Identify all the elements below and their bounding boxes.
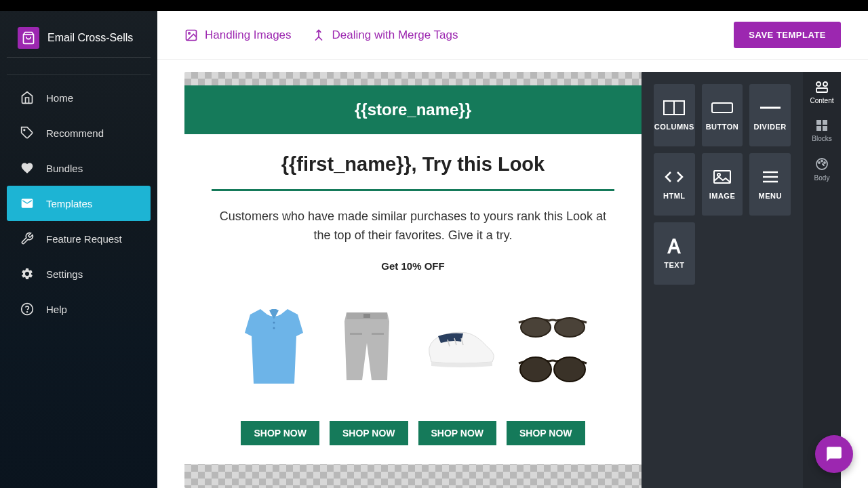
- block-button[interactable]: BUTTON: [702, 84, 743, 146]
- tab-label: Content: [810, 97, 833, 104]
- svg-rect-9: [350, 333, 362, 335]
- image-block-icon: [711, 169, 734, 185]
- divider-icon: [759, 100, 782, 116]
- svg-point-4: [189, 32, 191, 34]
- image-icon: [184, 28, 198, 42]
- sidebar-item-feature-request[interactable]: Feature Request: [7, 221, 151, 256]
- brand-header: Email Cross-Sells: [7, 19, 151, 58]
- topbar: Handling Images Dealing with Merge Tags …: [157, 11, 868, 60]
- sidebar-item-label: Recommend: [46, 127, 104, 139]
- tab-content[interactable]: Content: [810, 81, 833, 104]
- link-label: Handling Images: [205, 28, 292, 42]
- sidebar-item-recommend[interactable]: Recommend: [7, 115, 151, 150]
- svg-rect-19: [714, 171, 730, 183]
- sidebar-item-label: Templates: [46, 198, 92, 209]
- chat-icon: [825, 445, 843, 463]
- tab-label: Blocks: [812, 135, 831, 142]
- body-tab-icon: [815, 157, 829, 171]
- svg-point-12: [555, 318, 585, 337]
- sidebar-item-label: Bundles: [46, 163, 83, 174]
- email-divider[interactable]: [212, 189, 614, 191]
- svg-point-14: [554, 357, 585, 382]
- product-shorts[interactable]: [324, 299, 409, 394]
- sidebar-item-help[interactable]: Help: [7, 291, 151, 327]
- columns-icon: [663, 100, 686, 116]
- block-label: MENU: [758, 192, 781, 200]
- product-polo[interactable]: [231, 299, 316, 394]
- sidebar-nav: Home Recommend Bundles Templates Feature…: [0, 63, 157, 332]
- email-canvas[interactable]: {{store_name}} {{first_name}}, Try this …: [184, 72, 642, 488]
- blocks-tab-icon: [816, 119, 828, 131]
- svg-point-25: [823, 82, 827, 86]
- block-text[interactable]: TEXT: [654, 222, 695, 285]
- sidebar-item-label: Home: [46, 92, 73, 104]
- shop-button-row: SHOP NOW SHOP NOW SHOP NOW SHOP NOW: [212, 421, 614, 445]
- brand-title: Email Cross-Sells: [47, 32, 133, 44]
- svg-rect-17: [712, 103, 732, 113]
- svg-point-13: [520, 357, 551, 382]
- svg-point-5: [273, 321, 275, 323]
- tag-icon: [20, 126, 34, 140]
- right-rail: COLUMNS BUTTON DIVIDER HTML: [642, 72, 841, 488]
- brand-icon: [18, 27, 39, 49]
- svg-point-33: [821, 161, 823, 162]
- svg-point-32: [818, 162, 820, 163]
- sidebar-item-label: Help: [46, 304, 67, 315]
- svg-rect-27: [816, 120, 821, 125]
- editor: {{store_name}} {{first_name}}, Try this …: [157, 60, 868, 488]
- shop-now-button[interactable]: SHOP NOW: [330, 421, 408, 445]
- sidebar-item-bundles[interactable]: Bundles: [7, 150, 151, 186]
- block-label: DIVIDER: [754, 123, 787, 131]
- product-sneaker[interactable]: [417, 299, 502, 394]
- link-merge-tags[interactable]: Dealing with Merge Tags: [312, 28, 458, 42]
- link-handling-images[interactable]: Handling Images: [184, 28, 292, 42]
- shop-now-button[interactable]: SHOP NOW: [418, 421, 497, 445]
- svg-rect-26: [816, 88, 827, 92]
- product-row[interactable]: [212, 299, 614, 394]
- tab-blocks[interactable]: Blocks: [812, 119, 831, 142]
- block-html[interactable]: HTML: [654, 153, 695, 216]
- tab-body[interactable]: Body: [814, 157, 830, 182]
- email-store-header[interactable]: {{store_name}}: [184, 85, 642, 134]
- svg-rect-28: [823, 120, 827, 125]
- mail-icon: [20, 197, 34, 210]
- link-label: Dealing with Merge Tags: [332, 28, 458, 42]
- sidebar-item-templates[interactable]: Templates: [7, 186, 151, 221]
- save-template-button[interactable]: SAVE TEMPLATE: [734, 22, 841, 48]
- block-menu[interactable]: MENU: [749, 153, 791, 216]
- block-image[interactable]: IMAGE: [702, 153, 743, 216]
- shop-now-button[interactable]: SHOP NOW: [507, 421, 585, 445]
- code-icon: [663, 169, 686, 185]
- svg-rect-30: [823, 126, 827, 131]
- block-label: BUTTON: [706, 123, 739, 131]
- svg-point-34: [824, 162, 825, 163]
- block-divider[interactable]: DIVIDER: [749, 84, 791, 146]
- tab-label: Body: [814, 174, 830, 182]
- email-headline[interactable]: {{first_name}}, Try this Look: [212, 153, 614, 176]
- svg-point-11: [521, 318, 551, 337]
- button-icon: [711, 100, 734, 116]
- heart-icon: [20, 161, 34, 175]
- sidebar-item-home[interactable]: Home: [7, 80, 151, 115]
- email-body-text[interactable]: Customers who have made similar purchase…: [212, 207, 614, 245]
- block-label: IMAGE: [709, 192, 736, 200]
- chat-fab[interactable]: [815, 435, 853, 473]
- svg-point-0: [24, 129, 25, 131]
- svg-rect-8: [363, 314, 370, 318]
- svg-point-2: [27, 312, 28, 312]
- shop-now-button[interactable]: SHOP NOW: [241, 421, 319, 445]
- wrench-icon: [20, 232, 34, 245]
- sidebar-item-settings[interactable]: Settings: [7, 256, 151, 291]
- block-palette: COLUMNS BUTTON DIVIDER HTML: [642, 72, 803, 488]
- home-icon: [20, 91, 34, 104]
- svg-point-24: [816, 82, 821, 86]
- email-offer[interactable]: Get 10% OFF: [212, 260, 614, 272]
- product-sunglasses[interactable]: [510, 299, 595, 394]
- block-label: TEXT: [664, 261, 684, 269]
- block-columns[interactable]: COLUMNS: [654, 84, 695, 146]
- sidebar-item-label: Feature Request: [46, 233, 122, 245]
- text-icon: [663, 238, 686, 254]
- svg-rect-29: [816, 126, 821, 131]
- svg-point-6: [273, 327, 275, 329]
- right-tabs: Content Blocks Body: [803, 72, 841, 488]
